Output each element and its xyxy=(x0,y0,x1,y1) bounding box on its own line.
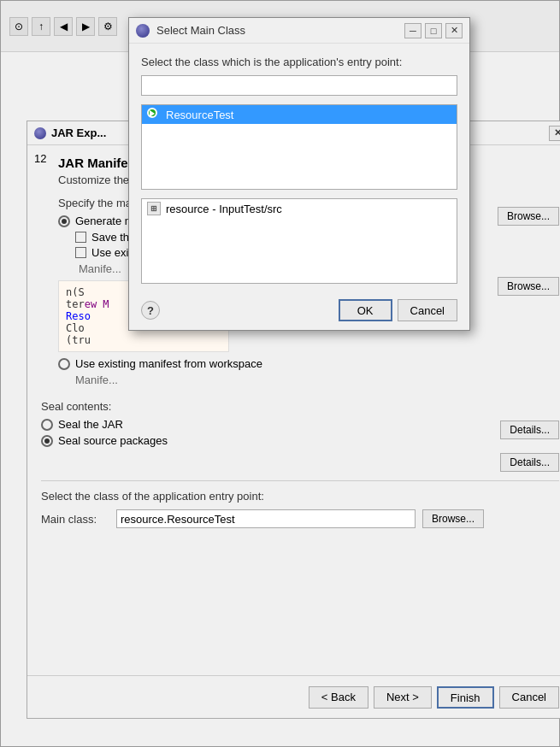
finish-button[interactable]: Finish xyxy=(437,686,494,709)
dialog-source-list[interactable]: ⊞ resource - InputTest/src xyxy=(141,198,457,284)
dialog-class-list[interactable]: ResourceTest xyxy=(141,104,457,190)
code-text-4: (tru xyxy=(66,334,91,346)
back-button[interactable]: < Back xyxy=(309,686,368,709)
seal-section: Seal contents: Seal the JAR Seal source … xyxy=(41,400,559,472)
code-link-1: ew M xyxy=(85,298,109,310)
dialog-minimize-button[interactable]: ─ xyxy=(404,23,421,38)
details-button-2[interactable]: Details... xyxy=(500,453,559,472)
code-text-1: n(S xyxy=(66,286,85,298)
main-class-label: Main class: xyxy=(41,513,109,526)
class-icon xyxy=(147,108,161,121)
dialog-prompt: Select the class which is the applicatio… xyxy=(141,56,457,68)
toolbar-icon-3: ◀ xyxy=(54,17,73,36)
cancel-button[interactable]: Cancel xyxy=(398,299,457,321)
main-class-input[interactable] xyxy=(116,509,416,528)
use-checkbox[interactable] xyxy=(75,247,86,258)
radio-seal-source-indicator xyxy=(41,435,53,447)
code-text-3: Clo xyxy=(66,322,85,334)
main-class-row: Main class: Browse... xyxy=(41,509,559,528)
code-text-2: ter xyxy=(66,298,85,310)
dialog-title-icon xyxy=(136,24,150,38)
browse-main-button[interactable]: Browse... xyxy=(422,509,484,528)
dialog-search-input[interactable] xyxy=(141,75,457,96)
source-list-item[interactable]: ⊞ resource - InputTest/src xyxy=(142,199,457,218)
dialog-title-controls: ─ □ ✕ xyxy=(404,23,463,38)
jar-window-close[interactable]: ✕ xyxy=(549,126,560,141)
manifest-label: Manife... xyxy=(79,262,121,275)
jar-window-icon xyxy=(34,127,46,139)
page-number: 12 xyxy=(34,152,46,165)
seal-content-title: Seal contents: xyxy=(41,400,490,413)
radio-seal-jar-label: Seal the JAR xyxy=(58,418,123,431)
radio-use-existing[interactable]: Use existing manifest from workspace xyxy=(58,357,487,370)
toolbar-icon-1: ⊙ xyxy=(9,17,28,36)
class-list-item[interactable]: ResourceTest xyxy=(142,105,457,124)
entry-section-label: Select the class of the application entr… xyxy=(41,490,559,503)
code-link-2: Reso xyxy=(66,310,91,322)
select-main-class-dialog: Select Main Class ─ □ ✕ Select the class… xyxy=(128,17,470,331)
radio-use-existing-label: Use existing manifest from workspace xyxy=(75,357,262,370)
dialog-close-button[interactable]: ✕ xyxy=(445,23,463,38)
cancel-button-bottom[interactable]: Cancel xyxy=(499,686,559,709)
next-button[interactable]: Next > xyxy=(374,686,432,709)
dialog-titlebar: Select Main Class ─ □ ✕ xyxy=(129,18,469,44)
browse-button-2[interactable]: Browse... xyxy=(498,277,559,296)
browse-button-1[interactable]: Browse... xyxy=(498,207,559,226)
radio-seal-jar-indicator xyxy=(41,419,53,431)
toolbar-icon-2: ↑ xyxy=(32,17,50,36)
manifest-label-2: Manife... xyxy=(75,374,118,386)
source-icon: ⊞ xyxy=(147,202,161,215)
details-button-1[interactable]: Details... xyxy=(500,421,559,439)
class-item-name: ResourceTest xyxy=(166,109,233,121)
entry-section: Select the class of the application entr… xyxy=(41,490,559,528)
radio-seal-source-label: Seal source packages xyxy=(58,434,168,447)
radio-generate-indicator xyxy=(58,215,70,227)
toolbar-icon-5: ⚙ xyxy=(98,17,117,36)
dialog-maximize-button[interactable]: □ xyxy=(425,23,442,38)
radio-seal-source[interactable]: Seal source packages xyxy=(41,434,490,447)
source-item-name: resource - InputTest/src xyxy=(166,203,282,215)
class-icon-arrow xyxy=(150,110,155,117)
save-checkbox[interactable] xyxy=(75,232,86,243)
help-button[interactable]: ? xyxy=(141,301,160,320)
dialog-footer: ? OK Cancel xyxy=(141,296,457,321)
dialog-title-text: Select Main Class xyxy=(156,24,398,37)
ok-button[interactable]: OK xyxy=(339,299,392,321)
dialog-body: Select the class which is the applicatio… xyxy=(129,44,469,330)
radio-seal-jar[interactable]: Seal the JAR xyxy=(41,418,490,431)
toolbar-icon-4: ▶ xyxy=(76,17,95,36)
bottom-bar: < Back Next > Finish Cancel xyxy=(27,675,560,718)
radio-use-existing-indicator xyxy=(58,358,70,370)
